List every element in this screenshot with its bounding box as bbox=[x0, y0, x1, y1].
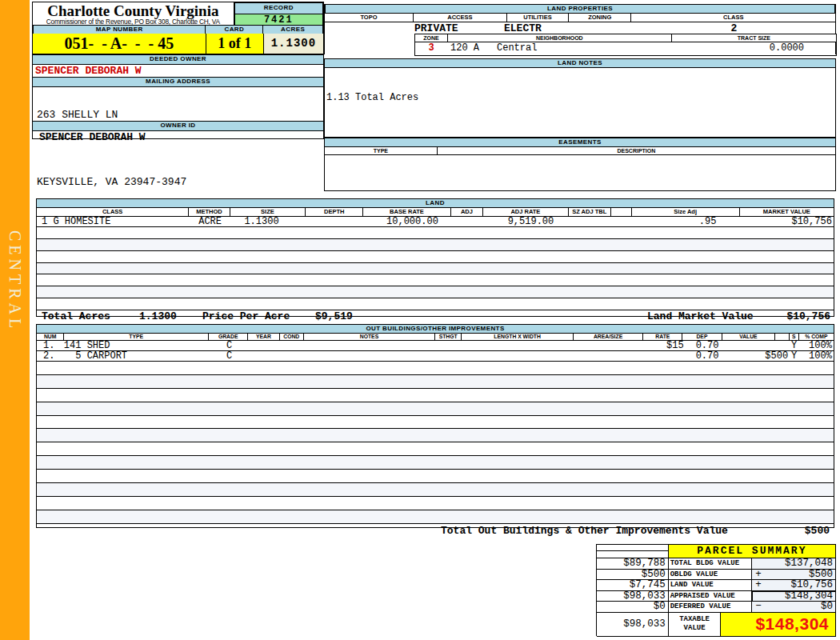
ob-dep: 0.70 bbox=[684, 341, 723, 350]
price-per-acre-value: $9,519 bbox=[315, 310, 353, 322]
easements-panel: EASEMENTS TYPE DESCRIPTION bbox=[324, 138, 836, 190]
owner-id-label: OWNER ID bbox=[33, 121, 323, 131]
land-col-class: CLASS bbox=[37, 208, 189, 216]
ob-num: 1. bbox=[37, 341, 64, 350]
tract-size-label: TRACT SIZE bbox=[672, 34, 836, 42]
deeded-owner-label: DEEDED OWNER bbox=[33, 54, 323, 65]
land-class: 1 G HOMESITE bbox=[37, 217, 190, 226]
ob-empty-row bbox=[37, 402, 834, 416]
out-buildings-header-row: NUM TYPE GRADE YEAR COND NOTES STHGT LEN… bbox=[37, 334, 834, 341]
op-sign: − bbox=[755, 602, 762, 612]
ob-empty-row bbox=[37, 497, 834, 510]
land-adj bbox=[451, 217, 483, 226]
land-table-title: LAND bbox=[37, 198, 834, 208]
prior-total-bldg: $89,788 bbox=[597, 558, 669, 570]
district-label: CENTRAL bbox=[6, 230, 24, 332]
col-topo: TOPO bbox=[325, 14, 414, 22]
land-table-header-row: CLASS METHOD SIZE DEPTH BASE RATE ADJ AD… bbox=[37, 208, 834, 217]
address-spacer bbox=[37, 143, 323, 154]
land-base-rate: 10,000.00 bbox=[363, 217, 451, 226]
ob-col-value: VALUE bbox=[722, 334, 776, 340]
ob-s: Y bbox=[790, 351, 798, 361]
value-amount: $137,048 bbox=[785, 558, 833, 569]
zone-value: 3 bbox=[415, 42, 447, 54]
value-total-bldg: $137,048 bbox=[752, 558, 836, 570]
ob-empty-row bbox=[37, 510, 834, 524]
ob-empty-row bbox=[37, 416, 834, 430]
out-buildings-title: OUT BUILDINGS/OTHER IMPROVEMENTS bbox=[37, 324, 834, 334]
ob-empty-row bbox=[37, 442, 834, 456]
land-empty-row bbox=[37, 286, 834, 298]
land-col-size-adj: Size Adj bbox=[632, 208, 740, 216]
value-amount: $500 bbox=[809, 570, 833, 580]
land-notes-title: LAND NOTES bbox=[324, 58, 836, 68]
prior-land: $7,745 bbox=[597, 580, 669, 591]
class-value: 2 bbox=[631, 22, 837, 34]
label-land: LAND VALUE bbox=[669, 580, 753, 591]
ob-empty-row bbox=[37, 483, 834, 497]
easement-description-label: DESCRIPTION bbox=[438, 147, 835, 155]
label-obldg: OBLDG VALUE bbox=[669, 570, 753, 581]
commissioner-line: Commissioner of the Revenue, PO Box 308,… bbox=[33, 18, 234, 25]
neighborhood-name: Central bbox=[497, 42, 537, 54]
land-properties-panel: LAND PROPERTIES TOPO ACCESS UTILITIES ZO… bbox=[324, 4, 836, 54]
prior-obldg: $500 bbox=[597, 570, 669, 581]
address-line-1: 263 SHELLY LN bbox=[37, 110, 323, 121]
ob-col-blank bbox=[775, 334, 790, 340]
ob-col-grade: GRADE bbox=[209, 334, 248, 340]
ob-col-notes: NOTES bbox=[304, 334, 435, 340]
ob-total-label: Total Out Buildings & Other Improvements… bbox=[441, 524, 728, 538]
parcel-summary-row: $7,745 LAND VALUE + $10,756 bbox=[597, 580, 836, 591]
ob-col-type: TYPE bbox=[64, 334, 209, 340]
value-amount: $0 bbox=[821, 602, 833, 612]
parcel-summary-corner bbox=[597, 545, 669, 558]
ob-col-length-width: LENGTH X WIDTH bbox=[462, 334, 573, 340]
property-record-card: CENTRAL Charlotte County Virginia Commis… bbox=[0, 0, 840, 640]
ob-value: $500 bbox=[722, 351, 790, 361]
land-market-value-total: $10,756 bbox=[786, 310, 830, 322]
ob-empty-row bbox=[37, 456, 834, 470]
ob-col-num: NUM bbox=[37, 334, 64, 340]
land-properties-header-row: TOPO ACCESS UTILITIES ZONING CLASS bbox=[325, 14, 835, 22]
easements-header-row: TYPE DESCRIPTION bbox=[324, 147, 836, 155]
land-table-row: 1 G HOMESITE ACRE 1.1300 10,000.00 9,519… bbox=[37, 217, 834, 227]
ob-s: Y bbox=[790, 341, 798, 350]
owner-id-value: SPENCER DEBORAH W bbox=[33, 131, 323, 145]
record-box: RECORD 7421 bbox=[234, 2, 323, 25]
card-value: 1 of 1 bbox=[206, 34, 264, 54]
zone-label: ZONE bbox=[415, 34, 448, 42]
ob-grade: C bbox=[210, 351, 249, 361]
land-empty-row bbox=[37, 298, 834, 310]
ob-col-sthgt: STHGT bbox=[435, 334, 462, 340]
land-col-base-rate: BASE RATE bbox=[363, 208, 450, 216]
ob-empty-row bbox=[37, 375, 834, 389]
taxable-line2: VALUE bbox=[669, 624, 721, 633]
col-zoning: ZONING bbox=[569, 14, 631, 22]
ob-col-comp: % COMP bbox=[799, 334, 834, 340]
land-size-adj: .95 bbox=[630, 217, 738, 226]
ob-comp: 100% bbox=[798, 341, 834, 350]
land-table-section: LAND CLASS METHOD SIZE DEPTH BASE RATE A… bbox=[36, 198, 834, 317]
ob-rate: $15 bbox=[645, 341, 684, 350]
land-note-text: 1.13 Total Acres bbox=[326, 92, 418, 103]
col-class: CLASS bbox=[631, 14, 835, 22]
prior-appraised: $98,033 bbox=[597, 591, 669, 602]
land-market-value: $10,756 bbox=[738, 217, 834, 226]
utilities-value: ELECTR bbox=[504, 22, 542, 34]
out-buildings-section: OUT BUILDINGS/OTHER IMPROVEMENTS NUM TYP… bbox=[36, 324, 834, 528]
land-market-value-label: Land Market Value bbox=[647, 310, 754, 322]
county-title-block: Charlotte County Virginia Commissioner o… bbox=[33, 2, 234, 25]
tract-size-value: 0.0000 bbox=[770, 42, 804, 54]
land-empty-row bbox=[37, 239, 834, 251]
owner-panel: Charlotte County Virginia Commissioner o… bbox=[32, 2, 324, 139]
ob-col-year: YEAR bbox=[248, 334, 279, 340]
land-col-method: METHOD bbox=[189, 208, 230, 216]
land-blank bbox=[610, 217, 630, 226]
map-number-value: 051- - A- - - 45 bbox=[33, 34, 206, 54]
ob-dep: 0.70 bbox=[684, 351, 723, 361]
parcel-summary: PARCEL SUMMARY $89,788 TOTAL BLDG VALUE … bbox=[596, 544, 836, 636]
neighborhood-code: 120 A bbox=[450, 42, 479, 54]
zone-header-row: ZONE NEIGHBORHOOD TRACT SIZE bbox=[415, 34, 836, 42]
record-label: RECORD bbox=[234, 2, 323, 14]
value-appraised: $148,304 bbox=[752, 591, 836, 602]
